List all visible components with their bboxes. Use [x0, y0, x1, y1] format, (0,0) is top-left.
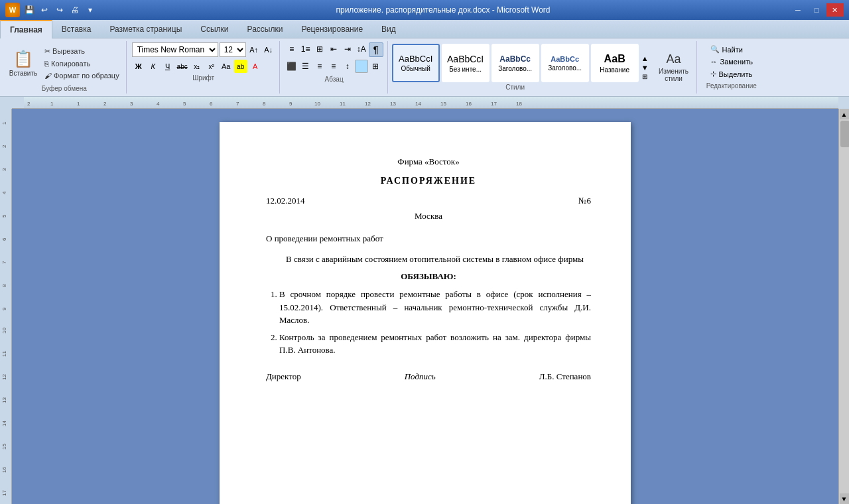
style-title-btn[interactable]: АаВ Название: [591, 44, 639, 82]
redo-quick-btn[interactable]: ↪: [53, 3, 66, 17]
save-quick-btn[interactable]: 💾: [23, 3, 36, 17]
document-subject: О проведении ремонтных работ: [266, 232, 591, 245]
svg-text:11: 11: [1, 351, 7, 357]
clipboard-group: 📋 Вставить ✂ Вырезать ⎘ Копировать 🖌 Фор…: [3, 41, 127, 94]
strikethrough-btn[interactable]: abc: [176, 60, 189, 73]
svg-text:1: 1: [77, 101, 80, 107]
horizontal-ruler: 2 1 1 2 3 4 5 6 7 8 9 10 11 12 13 14 15 …: [12, 97, 838, 109]
tab-home[interactable]: Главная: [0, 20, 52, 38]
tab-mailings[interactable]: Рассылки: [238, 20, 293, 38]
title-bar: W 💾 ↩ ↪ 🖨 ▾ приложение. распорядительные…: [0, 0, 849, 20]
sig-title: Директор: [266, 370, 301, 383]
scroll-up-btn[interactable]: ▲: [840, 109, 849, 119]
style-nointent-preview: AaBbCcI: [447, 54, 484, 64]
close-btn[interactable]: ✕: [826, 3, 844, 17]
style-normal-btn[interactable]: AaBbCcI Обычный: [392, 44, 440, 82]
vertical-scrollbar[interactable]: ▲ ▼: [838, 109, 849, 504]
para-controls: ≡ 1≡ ⊞ ⇤ ⇥ ↕A ¶ ⬛ ☰ ≡ ≡ ↕ ⊞: [285, 42, 383, 74]
svg-text:1: 1: [1, 121, 7, 125]
style-heading1-btn[interactable]: AaBbCc Заголово...: [491, 44, 539, 82]
indent-btn[interactable]: ⇥: [341, 42, 354, 56]
tab-view[interactable]: Вид: [372, 20, 405, 38]
align-justify-btn[interactable]: ≡: [327, 60, 340, 73]
ribbon-content: 📋 Вставить ✂ Вырезать ⎘ Копировать 🖌 Фор…: [0, 38, 849, 96]
scroll-down-btn[interactable]: ▼: [840, 493, 849, 504]
svg-text:10: 10: [314, 101, 320, 107]
numbering-btn[interactable]: 1≡: [299, 42, 312, 56]
tab-review[interactable]: Рецензирование: [292, 20, 372, 38]
select-label: Выделить: [719, 70, 753, 78]
paste-button[interactable]: 📋 Вставить: [7, 45, 40, 81]
superscript-btn[interactable]: x²: [205, 60, 218, 73]
ruler-right: [838, 97, 849, 109]
cut-icon: ✂: [44, 47, 50, 56]
style-heading2-btn[interactable]: AaBbCc Заголово...: [541, 44, 589, 82]
styles-side-btns: ▲ ▼ ⊞: [641, 54, 649, 80]
svg-text:3: 3: [1, 168, 7, 171]
align-right-btn[interactable]: ≡: [313, 60, 326, 73]
font-color-btn[interactable]: A: [249, 60, 262, 73]
format-painter-button[interactable]: 🖌 Формат по образцу: [42, 70, 122, 81]
styles-scroll-down[interactable]: ▼: [641, 64, 649, 72]
copy-button[interactable]: ⎘ Копировать: [42, 58, 122, 69]
bullets-btn[interactable]: ≡: [285, 42, 298, 56]
italic-btn[interactable]: К: [147, 60, 160, 73]
change-styles-btn[interactable]: Aa Изменить стили: [654, 50, 694, 86]
clipboard-content: 📋 Вставить ✂ Вырезать ⎘ Копировать 🖌 Фор…: [7, 42, 122, 84]
svg-text:15: 15: [1, 444, 7, 450]
border-btn[interactable]: ⊞: [369, 60, 382, 73]
increase-font-btn[interactable]: A↑: [247, 43, 261, 56]
styles-more-btn[interactable]: ⊞: [641, 73, 649, 80]
font-group: Times New Roman 12 A↑ A↓ Ж К Ч abc x₂ x²…: [128, 41, 280, 94]
undo-quick-btn[interactable]: ↩: [38, 3, 51, 17]
print-quick-btn[interactable]: 🖨: [68, 3, 82, 17]
replace-icon: ↔: [710, 58, 718, 66]
tab-insert[interactable]: Вставка: [52, 20, 101, 38]
shading-btn[interactable]: [355, 60, 368, 73]
subscript-btn[interactable]: x₂: [190, 60, 204, 73]
align-row: ⬛ ☰ ≡ ≡ ↕ ⊞: [285, 60, 383, 73]
align-center-btn[interactable]: ☰: [299, 60, 312, 73]
restore-btn[interactable]: □: [808, 3, 825, 17]
svg-text:12: 12: [1, 374, 7, 380]
select-icon: ⊹: [710, 70, 716, 78]
ruler-bar: 2 1 1 2 3 4 5 6 7 8 9 10 11 12 13 14 15 …: [24, 97, 838, 108]
scroll-track[interactable]: [839, 119, 849, 493]
sort-btn[interactable]: ↕A: [355, 42, 368, 56]
find-icon: 🔍: [710, 45, 720, 54]
align-left-btn[interactable]: ⬛: [285, 60, 298, 73]
document-city: Москва: [266, 210, 591, 223]
more-quick-btn[interactable]: ▾: [84, 3, 97, 17]
para-mark-btn[interactable]: ¶: [369, 42, 383, 57]
font-format-row: Ж К Ч abc x₂ x² Aa ab A: [132, 60, 275, 73]
minimize-btn[interactable]: ─: [789, 3, 807, 17]
multilevel-btn[interactable]: ⊞: [313, 42, 326, 56]
styles-group: AaBbCcI Обычный AaBbCcI Без инте... AaBb…: [389, 41, 697, 94]
styles-scroll-up[interactable]: ▲: [641, 54, 649, 62]
style-nointent-btn[interactable]: AaBbCcI Без инте...: [442, 44, 490, 82]
editing-group: 🔍 Найти ↔ Заменить ⊹ Выделить Редактиров…: [698, 41, 765, 94]
underline-btn[interactable]: Ч: [161, 60, 174, 73]
document-order: ОБЯЗЫВАЮ:: [266, 270, 591, 283]
list-item-1: В срочном порядке провести ремонтные раб…: [279, 288, 591, 327]
style-heading1-label: Заголово...: [498, 65, 532, 72]
find-btn[interactable]: 🔍 Найти: [705, 44, 758, 55]
bold-btn[interactable]: Ж: [132, 60, 145, 73]
font-size-select[interactable]: 12: [220, 42, 246, 57]
outdent-btn[interactable]: ⇤: [327, 42, 340, 56]
replace-btn[interactable]: ↔ Заменить: [705, 56, 758, 67]
svg-text:16: 16: [1, 467, 7, 473]
tab-layout[interactable]: Разметка страницы: [100, 20, 191, 38]
document-list: В срочном порядке провести ремонтные раб…: [279, 288, 591, 357]
decrease-font-btn[interactable]: A↓: [262, 43, 275, 56]
highlight-btn[interactable]: ab: [234, 60, 247, 73]
change-case-btn[interactable]: Aa: [220, 60, 233, 73]
select-btn[interactable]: ⊹ Выделить: [705, 68, 758, 80]
cut-button[interactable]: ✂ Вырезать: [42, 46, 122, 57]
line-spacing-btn[interactable]: ↕: [341, 60, 354, 73]
title-bar-left: W 💾 ↩ ↪ 🖨 ▾: [5, 3, 97, 17]
tab-references[interactable]: Ссылки: [191, 20, 237, 38]
scroll-thumb[interactable]: [840, 121, 849, 147]
font-name-select[interactable]: Times New Roman: [132, 42, 218, 57]
office-logo: W: [5, 3, 20, 17]
